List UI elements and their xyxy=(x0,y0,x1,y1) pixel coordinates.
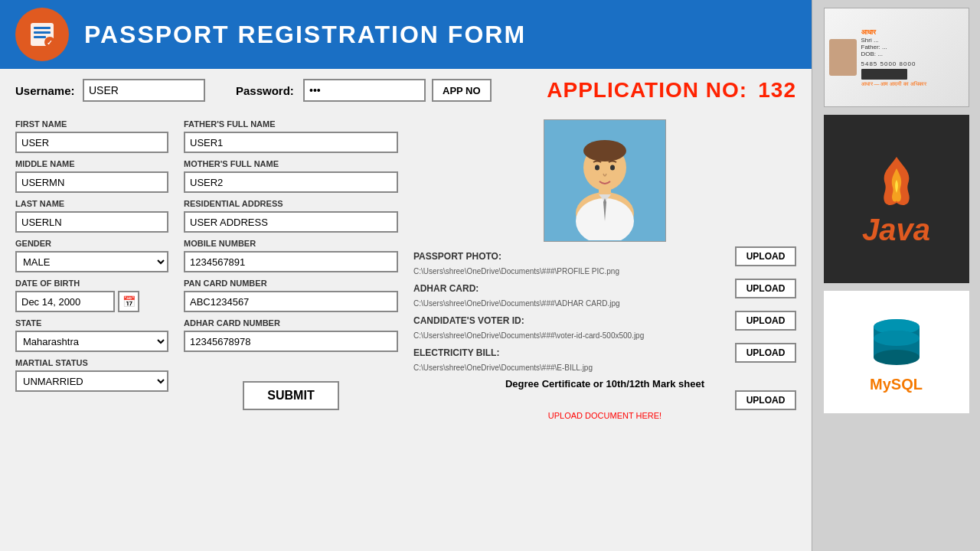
calendar-button[interactable]: 📅 xyxy=(118,291,139,312)
dob-group: DATE OF BIRTH 📅 xyxy=(15,279,168,312)
password-label: Password: xyxy=(236,84,297,97)
mother-label: MOTHER'S FULL NAME xyxy=(184,159,398,168)
adhar-input[interactable] xyxy=(184,331,398,352)
aadhaar-card-image: आधार Shri ... Father: ... DOB: ... 5485 … xyxy=(825,8,969,106)
adhar-group: ADHAR CARD NUMBER xyxy=(184,318,398,352)
login-row: Username: Password: APP NO APPLICATION N… xyxy=(0,69,812,112)
degree-upload-button[interactable]: UPLOAD xyxy=(735,390,796,410)
passport-photo-box xyxy=(544,119,666,242)
mobile-label: MOBILE NUMBER xyxy=(184,239,398,248)
marital-group: MARTIAL STATUS UNMARRIED MARRIED DIVORCE… xyxy=(15,358,168,392)
pan-group: PAN CARD NUMBER xyxy=(184,279,398,312)
svg-point-10 xyxy=(583,140,626,161)
electricity-upload-label-row: ELECTRICITY BILL: UPLOAD xyxy=(413,343,796,363)
first-name-input[interactable] xyxy=(15,132,168,153)
mobile-input[interactable] xyxy=(184,251,398,272)
svg-point-14 xyxy=(595,165,599,170)
mother-input[interactable] xyxy=(184,171,398,193)
middle-name-group: MIDDLE NAME xyxy=(15,159,168,193)
state-select[interactable]: Maharashtra Delhi Gujarat Karnataka xyxy=(15,331,168,352)
username-label: Username: xyxy=(15,84,77,97)
adhar-upload-row: ADHAR CARD: UPLOAD C:\Users\shree\OneDri… xyxy=(413,279,796,308)
adhar-upload-label: ADHAR CARD: xyxy=(413,283,479,294)
father-group: FATHER'S FULL NAME xyxy=(184,119,398,153)
voter-upload-label: CANDIDATE'S VOTER ID: xyxy=(413,315,524,326)
password-input[interactable] xyxy=(303,79,426,102)
java-flame-icon xyxy=(874,152,920,213)
electricity-upload-path: C:\Users\shree\OneDrive\Documents\###\E-… xyxy=(413,364,796,372)
first-name-label: FIRST NAME xyxy=(15,119,168,129)
username-input[interactable] xyxy=(83,79,205,102)
svg-rect-1 xyxy=(34,27,51,29)
last-name-group: LAST NAME xyxy=(15,199,168,233)
marital-label: MARTIAL STATUS xyxy=(15,358,168,367)
passport-upload-label: PASSPORT PHOTO: xyxy=(413,251,501,262)
svg-point-15 xyxy=(610,165,615,170)
state-group: STATE Maharashtra Delhi Gujarat Karnatak… xyxy=(15,318,168,352)
degree-label: Degree Certificate or 10th/12th Mark she… xyxy=(413,378,796,390)
gender-select[interactable]: MALE FEMALE OTHER xyxy=(15,251,168,272)
electricity-upload-label: ELECTRICITY BILL: xyxy=(413,347,499,358)
adhar-upload-path: C:\Users\shree\OneDrive\Documents\###\AD… xyxy=(413,299,796,308)
voter-upload-path: C:\Users\shree\OneDrive\Documents\###\vo… xyxy=(413,331,796,340)
submit-button[interactable]: SUBMIT xyxy=(243,381,338,410)
adhar-upload-button[interactable]: UPLOAD xyxy=(735,279,796,298)
father-input[interactable] xyxy=(184,132,398,153)
app-icon: ✓ xyxy=(15,8,69,61)
dob-label: DATE OF BIRTH xyxy=(15,279,168,288)
adhar-upload-label-row: ADHAR CARD: UPLOAD xyxy=(413,279,796,298)
dob-row: 📅 xyxy=(15,291,168,312)
father-label: FATHER'S FULL NAME xyxy=(184,119,398,129)
gender-group: GENDER MALE FEMALE OTHER xyxy=(15,239,168,272)
address-group: RESIDENTIAL ADDRESS xyxy=(184,199,398,233)
passport-upload-button[interactable]: UPLOAD xyxy=(735,246,796,266)
last-name-input[interactable] xyxy=(15,211,168,233)
mysql-text: MySQL xyxy=(870,376,923,393)
application-number-display: APPLICATION NO: 132 xyxy=(547,78,796,103)
java-text: Java xyxy=(862,213,930,247)
marital-select[interactable]: UNMARRIED MARRIED DIVORCED xyxy=(15,370,168,392)
degree-upload-row: Degree Certificate or 10th/12th Mark she… xyxy=(413,375,796,420)
col-middle: FATHER'S FULL NAME MOTHER'S FULL NAME RE… xyxy=(184,119,398,543)
app-no-value: 132 xyxy=(758,78,796,102)
pan-label: PAN CARD NUMBER xyxy=(184,279,398,288)
state-label: STATE xyxy=(15,318,168,328)
voter-upload-row: CANDIDATE'S VOTER ID: UPLOAD C:\Users\sh… xyxy=(413,311,796,340)
degree-upload-btn-row: UPLOAD xyxy=(413,390,796,410)
dob-input[interactable] xyxy=(15,291,115,312)
address-input[interactable] xyxy=(184,211,398,233)
svg-point-18 xyxy=(874,350,920,365)
electricity-upload-button[interactable]: UPLOAD xyxy=(735,343,796,363)
mysql-icon xyxy=(866,311,927,373)
app-no-button[interactable]: APP NO xyxy=(432,79,492,102)
java-logo-card: Java xyxy=(824,115,969,283)
degree-upload-doc-text: UPLOAD DOCUMENT HERE! xyxy=(413,411,796,420)
mobile-group: MOBILE NUMBER xyxy=(184,239,398,272)
right-sidebar: आधार Shri ... Father: ... DOB: ... 5485 … xyxy=(812,0,980,551)
passport-upload-row: PASSPORT PHOTO: UPLOAD C:\Users\shree\On… xyxy=(413,246,796,276)
username-field: Username: xyxy=(15,79,205,102)
pan-input[interactable] xyxy=(184,291,398,312)
gender-label: GENDER xyxy=(15,239,168,248)
aadhaar-card-preview: आधार Shri ... Father: ... DOB: ... 5485 … xyxy=(824,8,969,107)
upload-section: PASSPORT PHOTO: UPLOAD C:\Users\shree\On… xyxy=(413,246,796,420)
svg-rect-2 xyxy=(34,31,51,34)
page-title: PASSPORT REGISTRATION FORM xyxy=(84,21,526,49)
middle-name-input[interactable] xyxy=(15,171,168,193)
voter-upload-label-row: CANDIDATE'S VOTER ID: UPLOAD xyxy=(413,311,796,331)
svg-text:✓: ✓ xyxy=(47,39,53,47)
address-label: RESIDENTIAL ADDRESS xyxy=(184,199,398,208)
passport-upload-label-row: PASSPORT PHOTO: UPLOAD xyxy=(413,246,796,266)
first-name-group: FIRST NAME xyxy=(15,119,168,153)
mother-group: MOTHER'S FULL NAME xyxy=(184,159,398,193)
mysql-logo-card: MySQL xyxy=(824,291,969,413)
header: ✓ PASSPORT REGISTRATION FORM xyxy=(0,0,812,69)
electricity-upload-row: ELECTRICITY BILL: UPLOAD C:\Users\shree\… xyxy=(413,343,796,372)
middle-name-label: MIDDLE NAME xyxy=(15,159,168,168)
last-name-label: LAST NAME xyxy=(15,199,168,208)
form-body: FIRST NAME MIDDLE NAME LAST NAME GENDER … xyxy=(0,112,812,551)
svg-rect-3 xyxy=(34,36,46,38)
voter-upload-button[interactable]: UPLOAD xyxy=(735,311,796,331)
password-field: Password: APP NO xyxy=(236,79,492,102)
col-left: FIRST NAME MIDDLE NAME LAST NAME GENDER … xyxy=(15,119,168,543)
